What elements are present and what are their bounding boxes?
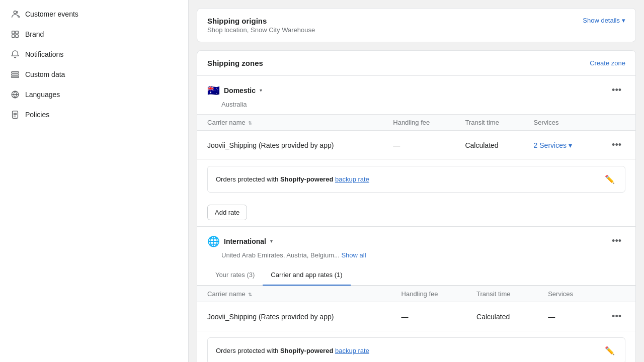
international-th-transit-time: Transit time <box>466 286 538 302</box>
create-zone-button[interactable]: Create zone <box>590 59 625 67</box>
svg-point-0 <box>14 11 16 14</box>
zone-domestic-name: Domestic <box>224 86 256 95</box>
show-details-button[interactable]: Show details ▾ <box>583 17 625 24</box>
main-content: Shipping origins Shop location, Snow Cit… <box>189 0 644 362</box>
zone-domestic: 🇦🇺 Domestic ▾ ••• Australia Carrier name… <box>197 76 635 227</box>
languages-icon <box>10 89 20 100</box>
international-row-more-button[interactable]: ••• <box>608 309 625 324</box>
international-th-actions <box>598 286 635 302</box>
shopify-powered-text-intl: Shopify-powered <box>280 347 333 354</box>
domestic-handling-fee: — <box>383 131 455 160</box>
zone-domestic-title-left: 🇦🇺 Domestic ▾ <box>207 85 262 96</box>
show-all-link[interactable]: Show all <box>341 251 366 259</box>
sidebar-item-languages-label: Languages <box>25 90 60 99</box>
zone-international-name: International <box>224 237 266 245</box>
international-th-services: Services <box>538 286 598 302</box>
svg-rect-2 <box>16 31 18 34</box>
shipping-zones-header: Shipping zones Create zone <box>197 51 635 76</box>
customer-events-icon <box>10 9 20 19</box>
domestic-transit-time: Calculated <box>455 131 523 160</box>
domestic-add-rate-button[interactable]: Add rate <box>207 205 247 220</box>
international-handling-fee: — <box>391 302 467 331</box>
sidebar: Customer events Brand Notifications Cust… <box>0 0 189 362</box>
international-th-handling-fee: Handling fee <box>391 286 467 302</box>
domestic-more-options-button[interactable]: ••• <box>608 83 625 98</box>
international-tabs: Your rates (3) Carrier and app rates (1) <box>197 265 635 286</box>
svg-rect-3 <box>12 35 15 37</box>
international-globe-icon: 🌐 <box>207 236 220 246</box>
sidebar-item-languages[interactable]: Languages <box>0 84 188 105</box>
domestic-backup-rate-box: Orders protected with Shopify-powered ba… <box>207 166 625 193</box>
zone-international-title-row: 🌐 International ▾ ••• <box>197 227 635 250</box>
services-chevron-icon: ▾ <box>569 141 572 149</box>
sort-icon: ⇅ <box>248 120 252 126</box>
shipping-origins-header: Shipping origins Shop location, Snow Cit… <box>197 9 635 42</box>
international-carrier-table: Carrier name ⇅ Handling fee Transit time… <box>197 286 635 331</box>
domestic-services-cell: 2 Services ▾ <box>524 131 598 160</box>
svg-rect-5 <box>12 72 19 73</box>
shopify-powered-text: Shopify-powered <box>280 175 333 183</box>
international-backup-rate-box: Orders protected with Shopify-powered ba… <box>207 337 625 362</box>
shipping-origins-subtitle: Shop location, Snow City Warehouse <box>207 26 315 34</box>
international-backup-rate-link[interactable]: backup rate <box>335 347 369 354</box>
notifications-icon <box>10 49 20 59</box>
zone-international-countries: United Arab Emirates, Austria, Belgium..… <box>197 250 635 265</box>
international-transit-time: Calculated <box>466 302 538 331</box>
international-chevron-icon: ▾ <box>270 238 273 244</box>
domestic-carrier-table: Carrier name ⇅ Handling fee Transit time… <box>197 114 635 160</box>
sidebar-item-policies[interactable]: Policies <box>0 105 188 125</box>
sidebar-item-custom-data[interactable]: Custom data <box>0 64 188 84</box>
domestic-th-handling-fee: Handling fee <box>383 115 455 131</box>
domestic-backup-rate-text: Orders protected with Shopify-powered ba… <box>216 175 369 183</box>
shipping-origins-title-group: Shipping origins Shop location, Snow Cit… <box>207 17 315 34</box>
svg-rect-1 <box>12 31 15 34</box>
australia-flag-icon: 🇦🇺 <box>207 85 220 96</box>
international-carrier-name: Joovii_Shipping (Rates provided by app) <box>197 302 391 331</box>
domestic-row-more-button[interactable]: ••• <box>608 138 625 152</box>
domestic-services-label: 2 Services <box>534 141 567 149</box>
tab-carrier-app-rates[interactable]: Carrier and app rates (1) <box>263 265 350 286</box>
sidebar-item-brand[interactable]: Brand <box>0 24 188 44</box>
shipping-origins-card: Shipping origins Shop location, Snow Cit… <box>197 8 636 42</box>
shipping-zones-title: Shipping zones <box>207 59 263 67</box>
sort-icon-intl: ⇅ <box>248 292 252 297</box>
sidebar-item-brand-label: Brand <box>25 30 44 38</box>
sidebar-item-custom-data-label: Custom data <box>25 70 65 78</box>
zone-domestic-countries: Australia <box>197 100 635 114</box>
zone-international-title-left: 🌐 International ▾ <box>207 236 273 246</box>
tab-your-rates[interactable]: Your rates (3) <box>207 265 263 286</box>
domestic-table-row: Joovii_Shipping (Rates provided by app) … <box>197 131 635 160</box>
domestic-carrier-name: Joovii_Shipping (Rates provided by app) <box>197 131 383 160</box>
domestic-th-services: Services <box>524 115 598 131</box>
international-th-carrier-name: Carrier name ⇅ <box>197 286 391 302</box>
shipping-origins-title: Shipping origins <box>207 17 315 25</box>
svg-rect-4 <box>16 35 18 37</box>
brand-icon <box>10 29 20 39</box>
international-backup-rate-text: Orders protected with Shopify-powered ba… <box>216 347 369 354</box>
sidebar-item-notifications-label: Notifications <box>25 50 63 58</box>
domestic-th-actions <box>598 115 635 131</box>
svg-rect-6 <box>12 74 19 75</box>
shipping-zones-card: Shipping zones Create zone 🇦🇺 Domestic ▾… <box>197 50 636 362</box>
international-more-options-button[interactable]: ••• <box>608 234 625 248</box>
international-services: — <box>538 302 598 331</box>
domestic-th-transit-time: Transit time <box>455 115 523 131</box>
show-details-label: Show details <box>583 17 620 24</box>
international-table-row: Joovii_Shipping (Rates provided by app) … <box>197 302 635 331</box>
domestic-row-actions: ••• <box>598 131 635 160</box>
domestic-services-link[interactable]: 2 Services ▾ <box>534 141 588 149</box>
sidebar-item-customer-events-label: Customer events <box>25 10 78 18</box>
sidebar-item-policies-label: Policies <box>25 111 49 119</box>
chevron-down-icon: ▾ <box>622 17 625 24</box>
custom-data-icon <box>10 69 20 79</box>
domestic-chevron-icon: ▾ <box>260 87 262 93</box>
international-countries-text: United Arab Emirates, Austria, Belgium..… <box>221 251 340 259</box>
sidebar-item-notifications[interactable]: Notifications <box>0 44 188 64</box>
domestic-backup-rate-link[interactable]: backup rate <box>335 175 369 183</box>
domestic-th-carrier-name: Carrier name ⇅ <box>197 115 383 131</box>
international-backup-rate-edit-button[interactable]: ✏️ <box>603 344 617 357</box>
svg-rect-7 <box>12 76 19 78</box>
sidebar-item-customer-events[interactable]: Customer events <box>0 4 188 24</box>
domestic-backup-rate-edit-button[interactable]: ✏️ <box>603 172 617 186</box>
international-row-actions: ••• <box>598 302 635 331</box>
